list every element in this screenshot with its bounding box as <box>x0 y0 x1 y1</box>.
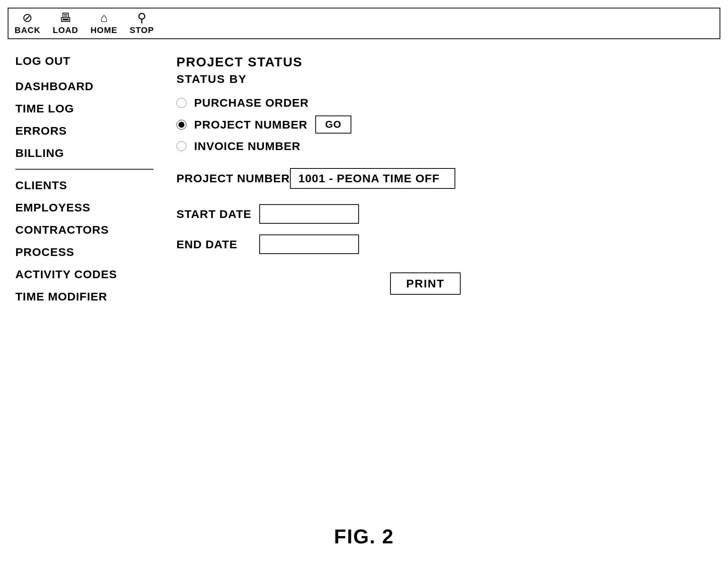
content-area: PROJECT STATUS STATUS BY PURCHASE ORDER … <box>153 54 713 312</box>
radio-project-number[interactable] <box>176 120 186 130</box>
radio-label-invoice-number: INVOICE NUMBER <box>194 140 300 153</box>
load-button[interactable]: 🖶 LOAD <box>53 12 78 35</box>
radio-purchase-order[interactable] <box>176 98 186 108</box>
radio-group: PURCHASE ORDER PROJECT NUMBER GO INVOICE… <box>176 96 351 153</box>
home-icon: ⌂ <box>100 12 107 24</box>
sidebar-item-errors[interactable]: ERRORS <box>15 124 153 137</box>
end-date-label: END DATE <box>176 238 253 251</box>
radio-invoice-number[interactable] <box>176 141 186 151</box>
toolbar: ⊘ BACK 🖶 LOAD ⌂ HOME ⚲ STOP <box>8 8 720 39</box>
sidebar-item-billing[interactable]: BILLING <box>15 147 153 160</box>
project-number-input[interactable] <box>290 168 455 189</box>
load-label: LOAD <box>53 25 78 35</box>
start-date-input[interactable] <box>259 204 359 224</box>
back-button[interactable]: ⊘ BACK <box>15 12 41 35</box>
page-subtitle: STATUS BY <box>176 73 713 86</box>
load-icon: 🖶 <box>59 12 72 24</box>
go-button[interactable]: GO <box>315 116 351 134</box>
back-label: BACK <box>15 25 41 35</box>
start-date-label: START DATE <box>176 208 253 221</box>
end-date-row: END DATE <box>176 234 713 254</box>
home-button[interactable]: ⌂ HOME <box>91 12 117 35</box>
back-icon: ⊘ <box>22 12 33 24</box>
sidebar-item-clients[interactable]: CLIENTS <box>15 179 153 192</box>
home-label: HOME <box>91 25 117 35</box>
sidebar-item-dashboard[interactable]: DASHBOARD <box>15 80 153 93</box>
main-layout: LOG OUT DASHBOARD TIME LOG ERRORS BILLIN… <box>0 54 728 312</box>
stop-label: STOP <box>130 25 154 35</box>
radio-row-purchase-order: PURCHASE ORDER <box>176 96 351 109</box>
sidebar-item-activity-codes[interactable]: ACTIVITY CODES <box>15 268 153 281</box>
radio-label-purchase-order: PURCHASE ORDER <box>194 96 309 109</box>
radio-label-project-number: PROJECT NUMBER <box>194 118 308 131</box>
page-title: PROJECT STATUS <box>176 54 713 69</box>
sidebar-item-contractors[interactable]: CONTRACTORS <box>15 223 153 236</box>
sidebar-item-time-modifier[interactable]: TIME MODIFIER <box>15 290 153 303</box>
stop-icon: ⚲ <box>137 12 146 24</box>
radio-row-project-number: PROJECT NUMBER GO <box>176 116 351 134</box>
radio-row-invoice-number: INVOICE NUMBER <box>176 140 351 153</box>
sidebar-item-logout[interactable]: LOG OUT <box>15 54 153 68</box>
start-date-row: START DATE <box>176 204 713 224</box>
sidebar-item-employess[interactable]: EMPLOYESS <box>15 201 153 214</box>
end-date-input[interactable] <box>259 234 359 254</box>
project-number-label: PROJECT NUMBER <box>176 172 290 185</box>
print-section: PRINT <box>138 272 713 295</box>
status-options: PURCHASE ORDER PROJECT NUMBER GO INVOICE… <box>176 96 351 165</box>
sidebar-item-timelog[interactable]: TIME LOG <box>15 102 153 115</box>
sidebar: LOG OUT DASHBOARD TIME LOG ERRORS BILLIN… <box>15 54 153 312</box>
figure-caption: FIG. 2 <box>334 525 394 548</box>
date-section: START DATE END DATE <box>176 204 713 254</box>
sidebar-divider <box>15 169 153 170</box>
stop-button[interactable]: ⚲ STOP <box>130 12 154 35</box>
print-button[interactable]: PRINT <box>390 272 461 295</box>
sidebar-item-process[interactable]: PROCESS <box>15 246 153 259</box>
project-number-row: PROJECT NUMBER <box>176 168 713 189</box>
sidebar-group-bottom: CLIENTS EMPLOYESS CONTRACTORS PROCESS AC… <box>15 179 153 303</box>
